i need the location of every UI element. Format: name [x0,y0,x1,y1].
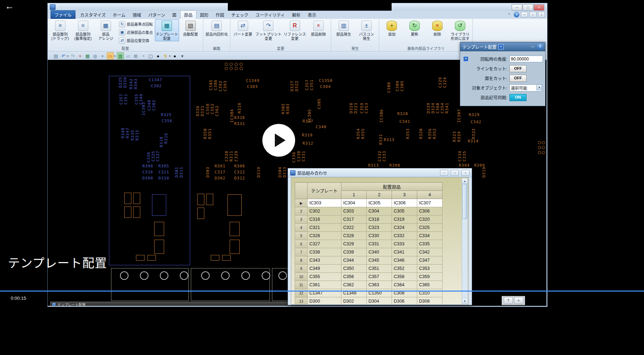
background-window-titlebar[interactable]: テンプレート配置 [50,302,291,306]
qat-keyboard-icon[interactable]: ⊞ [132,53,139,59]
part-cell[interactable]: C325 [417,224,443,232]
part-cell[interactable]: C331 [367,240,392,248]
qat-overflow-icon[interactable]: ▾ [179,53,185,59]
part-cell[interactable]: C317 [341,215,367,224]
video-progress-bar[interactable] [0,291,644,292]
part-cell[interactable]: D306 [392,297,417,305]
template-cell[interactable]: C338 [308,248,341,256]
combo-table-row[interactable]: 5C326C328C330C332C334 [295,232,443,240]
tab-draft[interactable]: 作図 [212,11,228,19]
dialog-close-button[interactable]: × [461,170,470,176]
row-number-cell[interactable]: 13 [295,297,308,305]
part-cell[interactable]: C320 [417,215,443,224]
panel-titlebar[interactable]: テンプレート配置 + ─ ? [460,42,545,51]
dialog-maximize-button[interactable]: □ [451,170,459,176]
window-maximize-button[interactable]: □ [523,4,533,11]
row-number-cell[interactable]: 2 [295,207,308,215]
qat-snippet-icon[interactable]: ▱ [125,53,131,59]
align-drag-button[interactable]: ≡部品整列(ドラッグ) [49,19,72,41]
part-cell[interactable]: IC305 [367,199,392,207]
qat-display-icon[interactable]: ▢ [147,53,154,59]
part-cell[interactable]: C328 [341,232,367,240]
part-cell[interactable]: C306 [417,207,443,215]
tab-home[interactable]: ホーム [109,11,129,19]
template-cell[interactable]: C327 [308,240,341,248]
part-cell[interactable]: C359 [417,273,443,281]
template-cell[interactable]: D300 [308,297,341,305]
combo-table-row[interactable]: 4C321C322C323C324C325 [295,224,443,232]
qat-black-circle2-icon[interactable]: ● [172,53,178,59]
combo-table-row[interactable]: 11C361C362C363C364C365 [295,281,443,289]
qat-redo-icon[interactable]: ↷ [69,53,76,59]
scroll-up-button[interactable]: ▲ [462,178,467,184]
template-cell[interactable]: IC303 [308,199,341,207]
template-cell[interactable]: C343 [308,256,341,265]
lib-restore-button[interactable]: ↺ライブラリ形状に戻す [449,19,471,41]
window-close-button[interactable]: × [534,4,544,11]
part-cell[interactable]: C333 [392,240,417,248]
tab-check[interactable]: チェック [228,11,252,19]
part-cell[interactable]: C330 [367,232,392,240]
part-cell[interactable]: C352 [392,265,417,273]
qat-zoom-icon[interactable]: ◎ [92,53,98,59]
combo-table-row[interactable]: 8C343C344C345C346C347 [295,256,443,265]
part-cell[interactable]: C350 [341,265,367,273]
combo-table-row[interactable]: 9C349C350C351C352C353 [295,265,443,273]
plane-cut-toggle[interactable]: OFF [509,75,527,82]
row-number-cell[interactable]: ▶ [295,199,308,207]
part-cell[interactable]: C322 [341,224,367,232]
expand-icon[interactable]: + [463,56,468,62]
part-cell[interactable]: IC306 [392,199,417,207]
qat-probe-icon[interactable]: + [99,53,106,59]
qat-comment-bubble-icon[interactable]: ▭▾ [107,52,116,59]
tab-analysis[interactable]: 解析 [288,11,304,19]
line-cut-toggle[interactable]: OFF [509,65,527,72]
lib-delete-button[interactable]: ×削除 [426,19,449,37]
child-restore-button[interactable]: □ [529,12,536,17]
part-cell[interactable]: C335 [417,240,443,248]
tab-view[interactable]: 表示 [304,11,320,19]
part-cell[interactable]: C329 [341,240,367,248]
tab-parts[interactable]: 部品 [180,10,197,19]
part-cell[interactable]: C305 [392,207,417,215]
part-cell[interactable]: C342 [417,248,443,256]
swap-position-button[interactable]: ⇄部品位置交換 [118,36,154,45]
part-cell[interactable]: C345 [367,256,392,265]
combo-table-row[interactable]: 3C316C317C318C319C320 [295,215,443,224]
tab-utility[interactable]: ユーティリティ [252,11,289,19]
inner-shape-button[interactable]: ▤部品内回形化 [204,19,229,37]
part-cell[interactable]: IC304 [341,199,367,207]
part-cell[interactable]: C319 [392,215,417,224]
qat-highlight-icon[interactable]: ↯▾ [162,53,171,59]
qat-undo-icon[interactable]: ↶▾ [60,53,68,59]
combo-table-row[interactable]: 7C338C339C340C341C342 [295,248,443,256]
template-cell[interactable]: C355 [308,273,341,281]
dialog-scrollbar[interactable]: ▲ ▼ [462,178,468,304]
part-cell[interactable]: C308 [392,289,417,297]
part-cell[interactable]: C346 [392,256,417,265]
bypass-generate-button[interactable]: ±パスコン発生 [355,19,378,41]
row-number-cell[interactable]: 3 [295,215,308,224]
part-cell[interactable]: C365 [417,281,443,289]
dialog-minimize-button[interactable]: ─ [440,170,448,176]
part-cell[interactable]: C351 [367,265,392,273]
template-cell[interactable]: C316 [308,215,341,224]
template-cell[interactable]: C302 [308,207,341,215]
part-delete-button[interactable]: ×部品削除 [307,19,330,37]
auto-place-button[interactable]: ▧自動配置 [179,19,202,37]
qat-cut-icon[interactable]: × [77,53,83,59]
qat-layer-toggle-icon[interactable]: ▥ [117,52,124,59]
panel-minimize-button[interactable]: ─ [530,44,535,49]
part-cell[interactable]: IC307 [417,199,443,207]
part-cell[interactable]: C304 [367,207,392,215]
part-cell[interactable]: D302 [341,297,367,305]
part-cell[interactable]: C357 [367,273,392,281]
play-button[interactable] [262,124,295,157]
row-number-cell[interactable]: 11 [295,281,308,289]
part-cell[interactable]: C347 [417,256,443,265]
lib-update-button[interactable]: ↻更新 [403,19,426,37]
part-cell[interactable]: C363 [367,281,392,289]
panel-pin-icon[interactable]: + [498,44,504,49]
mini-close-button[interactable]: × [514,297,523,304]
row-number-cell[interactable]: 8 [295,256,308,265]
